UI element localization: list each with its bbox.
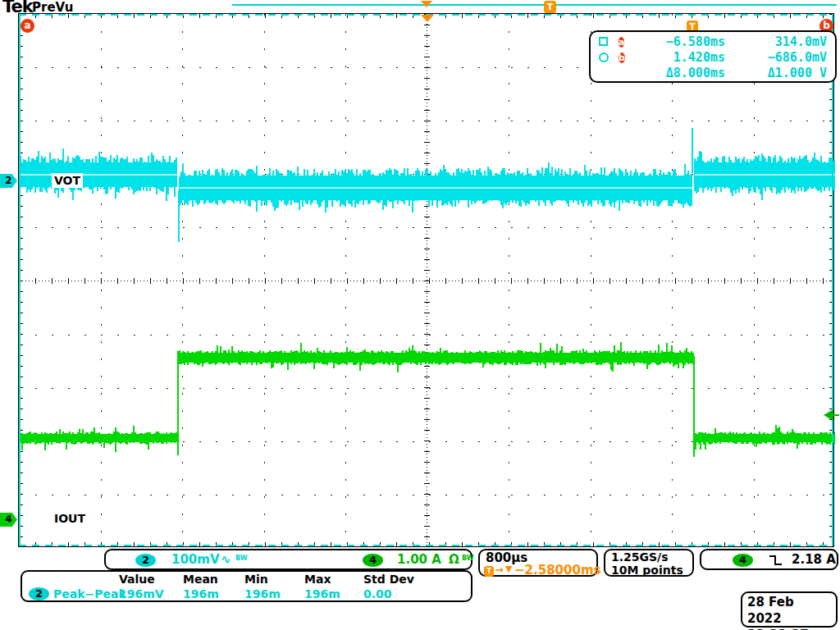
ch2-scale-readout[interactable]: 100mV [171, 552, 220, 567]
cursor-delta-value: Δ1.000 V [725, 66, 827, 80]
trigger-position-icon[interactable]: T [544, 1, 556, 13]
expansion-point-icon[interactable] [421, 1, 432, 7]
meas-mean: 196m [183, 587, 219, 600]
trigger-level-arrow-icon[interactable] [824, 409, 833, 421]
sample-rate-readout: 1.25GS/s [611, 550, 669, 564]
trigger-box[interactable]: 4 2.18 A [700, 549, 838, 570]
meas-name: Peak−Peak [53, 587, 126, 600]
cursor-b-vbar[interactable] [832, 14, 833, 546]
ch2-bandwidth-icon: BW [235, 555, 243, 561]
record-length-readout: 10M points [611, 564, 683, 577]
ch4-scale-readout[interactable]: 1.00 A [397, 552, 441, 567]
ch4-position-marker[interactable]: 4 [0, 513, 17, 527]
meas-value: 196mV [119, 587, 164, 600]
ch4-bandwidth-icon: BW [462, 555, 469, 561]
time-readout: 12:32:27 [747, 627, 831, 630]
trigger-delay-arrow-icon: → [495, 564, 504, 576]
ch4-badge[interactable]: 4 [363, 554, 383, 567]
cursor-delta-time: Δ8.000ms [640, 66, 725, 80]
graticule: a b T [18, 13, 834, 547]
meas-source-badge: 2 [29, 587, 49, 600]
expansion-point-marker-icon [421, 15, 434, 22]
falling-edge-icon [769, 555, 783, 567]
ch2-position-marker[interactable]: 2 [0, 174, 17, 188]
ch4-impedance-icon: Ω [449, 552, 459, 567]
measurement-box[interactable]: Value Mean Min Max Std Dev 2 Peak−Peak 1… [21, 570, 472, 602]
cursor-b-row: b 1.420ms −686.0mV [599, 49, 827, 65]
record-view-bar[interactable] [232, 4, 837, 6]
timebase-box[interactable]: 800µs T → ▼ −2.58000ms [478, 549, 598, 577]
trigger-delay-marker-icon: ▼ [505, 564, 512, 574]
trigger-level-readout: 2.18 A [792, 552, 836, 567]
cursor-b-value: −686.0mV [725, 50, 827, 65]
ch2-badge[interactable]: 2 [135, 554, 156, 567]
cursor-b-shape-icon [599, 52, 619, 62]
meas-header-value: Value [119, 573, 155, 586]
trigger-delay-t-icon: T [484, 566, 494, 577]
cursor-a-row-badge: a [619, 37, 624, 48]
cursor-a-value: 314.0mV [725, 34, 827, 49]
cursor-a-shape-icon [599, 37, 619, 46]
date-readout: 28 Feb 2022 [747, 594, 831, 627]
cursor-b-row-badge: b [619, 52, 625, 63]
trigger-source-badge[interactable]: 4 [733, 554, 753, 567]
cursor-a-time: −6.580ms [640, 34, 725, 49]
meas-header-min: Min [244, 573, 268, 586]
ch4-waveform-label: IOUT [52, 511, 88, 526]
meas-max: 196m [304, 587, 340, 600]
meas-header-mean: Mean [183, 573, 218, 586]
meas-header-stddev: Std Dev [363, 573, 414, 586]
ch2-waveform-label: VOT [52, 173, 83, 188]
cursor-a-vbar[interactable] [19, 14, 21, 546]
cursor-b-hbar[interactable] [19, 545, 833, 546]
datetime-box: 28 Feb 2022 12:32:27 [741, 591, 838, 628]
trigger-delay-readout: −2.58000ms [514, 563, 600, 578]
oscilloscope-screen: Tek PreVu T a b T 2 VOT 4 IOUT a −6.580m… [0, 0, 840, 630]
meas-stddev: 0.00 [363, 587, 392, 600]
cursor-a-badge[interactable]: a [21, 19, 34, 33]
waveform-display [19, 14, 835, 548]
acquisition-box[interactable]: 1.25GS/s 10M points [604, 549, 694, 577]
channel-settings-box[interactable]: 2 100mV ∿ BW 4 1.00 A Ω BW [104, 549, 472, 570]
meas-header-max: Max [304, 573, 331, 586]
cursor-a-row: a −6.580ms 314.0mV [599, 34, 827, 49]
cursor-b-time: 1.420ms [640, 50, 725, 65]
ch2-coupling-icon: ∿ [221, 552, 231, 567]
cursor-delta-row: Δ8.000ms Δ1.000 V [599, 65, 827, 80]
meas-min: 196m [244, 587, 281, 600]
cursor-readout-box: a −6.580ms 314.0mV b 1.420ms −686.0mV Δ8… [589, 30, 837, 83]
